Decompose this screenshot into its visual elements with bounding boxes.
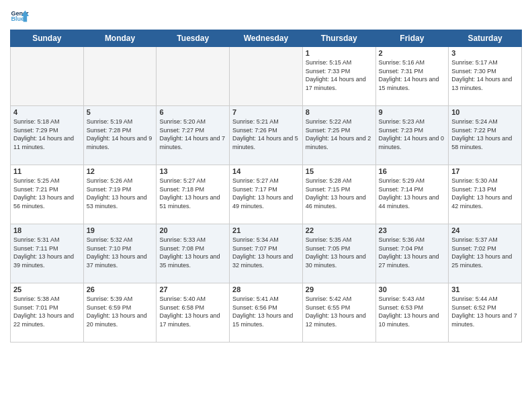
cell-info: Sunrise: 5:44 AM Sunset: 6:52 PM Dayligh… [451, 295, 519, 328]
day-number: 10 [451, 108, 519, 116]
cell-info: Sunrise: 5:28 AM Sunset: 7:15 PM Dayligh… [306, 177, 373, 210]
calendar-cell [11, 47, 84, 106]
day-number: 28 [232, 285, 300, 293]
day-header-saturday: Saturday [449, 30, 522, 47]
day-number: 12 [87, 167, 154, 175]
calendar-cell: 3Sunrise: 5:17 AM Sunset: 7:30 PM Daylig… [449, 47, 522, 106]
cell-info: Sunrise: 5:18 AM Sunset: 7:29 PM Dayligh… [13, 118, 81, 151]
calendar-cell: 19Sunrise: 5:32 AM Sunset: 7:10 PM Dayli… [83, 224, 157, 283]
day-number: 6 [159, 108, 226, 116]
calendar-cell: 15Sunrise: 5:28 AM Sunset: 7:15 PM Dayli… [302, 165, 375, 224]
day-number: 30 [379, 285, 446, 293]
calendar-cell: 18Sunrise: 5:31 AM Sunset: 7:11 PM Dayli… [11, 224, 84, 283]
day-number: 19 [87, 226, 154, 234]
calendar-week-1: 1Sunrise: 5:15 AM Sunset: 7:33 PM Daylig… [11, 47, 522, 106]
calendar-cell: 11Sunrise: 5:25 AM Sunset: 7:21 PM Dayli… [11, 165, 84, 224]
calendar-cell: 30Sunrise: 5:43 AM Sunset: 6:53 PM Dayli… [375, 283, 449, 342]
calendar-cell [83, 47, 157, 106]
calendar-cell: 31Sunrise: 5:44 AM Sunset: 6:52 PM Dayli… [449, 283, 522, 342]
day-number: 2 [379, 49, 446, 57]
calendar-body: 1Sunrise: 5:15 AM Sunset: 7:33 PM Daylig… [11, 47, 522, 342]
day-number: 7 [232, 108, 300, 116]
calendar-cell: 29Sunrise: 5:42 AM Sunset: 6:55 PM Dayli… [302, 283, 375, 342]
calendar-cell: 20Sunrise: 5:33 AM Sunset: 7:08 PM Dayli… [157, 224, 230, 283]
calendar-week-3: 11Sunrise: 5:25 AM Sunset: 7:21 PM Dayli… [11, 165, 522, 224]
logo-icon: General Blue [10, 7, 29, 26]
calendar-cell: 7Sunrise: 5:21 AM Sunset: 7:26 PM Daylig… [230, 106, 303, 165]
cell-info: Sunrise: 5:22 AM Sunset: 7:25 PM Dayligh… [306, 118, 373, 151]
calendar-cell: 14Sunrise: 5:27 AM Sunset: 7:17 PM Dayli… [230, 165, 303, 224]
day-number: 21 [232, 226, 300, 234]
calendar-cell: 21Sunrise: 5:34 AM Sunset: 7:07 PM Dayli… [230, 224, 303, 283]
cell-info: Sunrise: 5:16 AM Sunset: 7:31 PM Dayligh… [379, 58, 446, 92]
day-header-sunday: Sunday [11, 30, 84, 47]
day-header-friday: Friday [375, 30, 449, 47]
day-number: 1 [306, 49, 373, 57]
day-number: 15 [306, 167, 373, 175]
cell-info: Sunrise: 5:37 AM Sunset: 7:02 PM Dayligh… [451, 236, 519, 269]
cell-info: Sunrise: 5:20 AM Sunset: 7:27 PM Dayligh… [159, 118, 226, 151]
day-number: 18 [13, 226, 81, 234]
day-number: 31 [451, 285, 519, 293]
cell-info: Sunrise: 5:25 AM Sunset: 7:21 PM Dayligh… [13, 177, 81, 210]
day-number: 13 [159, 167, 226, 175]
day-number: 23 [379, 226, 446, 234]
day-number: 17 [451, 167, 519, 175]
day-number: 24 [451, 226, 519, 234]
cell-info: Sunrise: 5:34 AM Sunset: 7:07 PM Dayligh… [232, 236, 300, 269]
day-header-tuesday: Tuesday [157, 30, 230, 47]
calendar-cell [230, 47, 303, 106]
day-number: 11 [13, 167, 81, 175]
cell-info: Sunrise: 5:43 AM Sunset: 6:53 PM Dayligh… [379, 295, 446, 328]
logo: General Blue [10, 7, 32, 26]
calendar-week-2: 4Sunrise: 5:18 AM Sunset: 7:29 PM Daylig… [11, 106, 522, 165]
calendar-cell [157, 47, 230, 106]
cell-info: Sunrise: 5:17 AM Sunset: 7:30 PM Dayligh… [451, 58, 519, 92]
day-number: 29 [306, 285, 373, 293]
calendar-cell: 4Sunrise: 5:18 AM Sunset: 7:29 PM Daylig… [11, 106, 84, 165]
calendar-cell: 16Sunrise: 5:29 AM Sunset: 7:14 PM Dayli… [375, 165, 449, 224]
cell-info: Sunrise: 5:24 AM Sunset: 7:22 PM Dayligh… [451, 118, 519, 151]
calendar-cell: 6Sunrise: 5:20 AM Sunset: 7:27 PM Daylig… [157, 106, 230, 165]
calendar-cell: 8Sunrise: 5:22 AM Sunset: 7:25 PM Daylig… [302, 106, 375, 165]
calendar-cell: 10Sunrise: 5:24 AM Sunset: 7:22 PM Dayli… [449, 106, 522, 165]
cell-info: Sunrise: 5:38 AM Sunset: 7:01 PM Dayligh… [13, 295, 81, 328]
cell-info: Sunrise: 5:27 AM Sunset: 7:17 PM Dayligh… [232, 177, 300, 210]
calendar-cell: 28Sunrise: 5:41 AM Sunset: 6:56 PM Dayli… [230, 283, 303, 342]
calendar-cell: 27Sunrise: 5:40 AM Sunset: 6:58 PM Dayli… [157, 283, 230, 342]
day-header-wednesday: Wednesday [230, 30, 303, 47]
cell-info: Sunrise: 5:42 AM Sunset: 6:55 PM Dayligh… [306, 295, 373, 328]
day-number: 14 [232, 167, 300, 175]
calendar-cell: 5Sunrise: 5:19 AM Sunset: 7:28 PM Daylig… [83, 106, 157, 165]
calendar-cell: 24Sunrise: 5:37 AM Sunset: 7:02 PM Dayli… [449, 224, 522, 283]
cell-info: Sunrise: 5:40 AM Sunset: 6:58 PM Dayligh… [159, 295, 226, 328]
cell-info: Sunrise: 5:23 AM Sunset: 7:23 PM Dayligh… [379, 118, 446, 151]
cell-info: Sunrise: 5:27 AM Sunset: 7:18 PM Dayligh… [159, 177, 226, 210]
cell-info: Sunrise: 5:26 AM Sunset: 7:19 PM Dayligh… [87, 177, 154, 210]
calendar-cell: 26Sunrise: 5:39 AM Sunset: 6:59 PM Dayli… [83, 283, 157, 342]
header: General Blue [10, 7, 522, 26]
calendar-week-5: 25Sunrise: 5:38 AM Sunset: 7:01 PM Dayli… [11, 283, 522, 342]
calendar-week-4: 18Sunrise: 5:31 AM Sunset: 7:11 PM Dayli… [11, 224, 522, 283]
calendar-cell: 23Sunrise: 5:36 AM Sunset: 7:04 PM Dayli… [375, 224, 449, 283]
day-number: 8 [306, 108, 373, 116]
day-number: 3 [451, 49, 519, 57]
calendar-cell: 22Sunrise: 5:35 AM Sunset: 7:05 PM Dayli… [302, 224, 375, 283]
page-container: General Blue SundayMondayTuesdayWednesda… [0, 0, 532, 346]
cell-info: Sunrise: 5:29 AM Sunset: 7:14 PM Dayligh… [379, 177, 446, 210]
cell-info: Sunrise: 5:33 AM Sunset: 7:08 PM Dayligh… [159, 236, 226, 269]
day-header-thursday: Thursday [302, 30, 375, 47]
svg-text:Blue: Blue [11, 15, 24, 22]
cell-info: Sunrise: 5:31 AM Sunset: 7:11 PM Dayligh… [13, 236, 81, 269]
day-header-monday: Monday [83, 30, 157, 47]
day-number: 4 [13, 108, 81, 116]
calendar-cell: 1Sunrise: 5:15 AM Sunset: 7:33 PM Daylig… [302, 47, 375, 106]
cell-info: Sunrise: 5:19 AM Sunset: 7:28 PM Dayligh… [87, 118, 154, 151]
cell-info: Sunrise: 5:35 AM Sunset: 7:05 PM Dayligh… [306, 236, 373, 269]
calendar-cell: 12Sunrise: 5:26 AM Sunset: 7:19 PM Dayli… [83, 165, 157, 224]
day-number: 26 [87, 285, 154, 293]
calendar-cell: 2Sunrise: 5:16 AM Sunset: 7:31 PM Daylig… [375, 47, 449, 106]
day-number: 27 [159, 285, 226, 293]
cell-info: Sunrise: 5:21 AM Sunset: 7:26 PM Dayligh… [232, 118, 300, 151]
calendar-cell: 17Sunrise: 5:30 AM Sunset: 7:13 PM Dayli… [449, 165, 522, 224]
